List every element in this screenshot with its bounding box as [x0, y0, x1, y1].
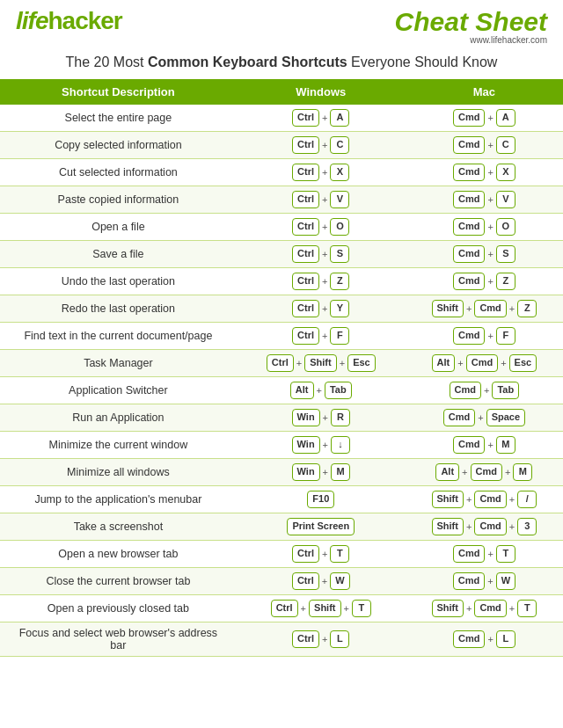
col-header-windows: Windows [237, 79, 406, 105]
table-row: Undo the last operationCtrl+ZCmd+Z [0, 267, 563, 295]
shortcut-windows: Ctrl+L [237, 622, 406, 656]
shortcut-desc: Take a screenshot [0, 513, 237, 540]
table-row: Open a previously closed tabCtrl+Shift+T… [0, 594, 563, 622]
logo: lifehacker [16, 9, 122, 33]
shortcut-mac: Shift+Cmd+/ [406, 485, 563, 513]
shortcut-desc: Copy selected information [0, 131, 237, 158]
shortcut-mac: Cmd+F [406, 322, 563, 349]
shortcut-windows: Ctrl+T [237, 540, 406, 567]
shortcut-mac: Cmd+Z [406, 267, 563, 295]
shortcut-desc: Select the entire page [0, 105, 237, 132]
table-row: Application SwitcherAlt+TabCmd+Tab [0, 376, 563, 404]
shortcut-windows: Alt+Tab [237, 376, 406, 404]
shortcut-desc: Run an Application [0, 404, 237, 431]
shortcuts-table: Shortcut Description Windows Mac Select … [0, 79, 563, 657]
shortcut-desc: Open a new browser tab [0, 540, 237, 567]
shortcut-windows: Ctrl+F [237, 322, 406, 349]
shortcut-mac: Cmd+T [406, 540, 563, 567]
table-row: Open a fileCtrl+OCmd+O [0, 213, 563, 240]
shortcut-mac: Alt+Cmd+Esc [406, 349, 563, 376]
shortcut-mac: Cmd+O [406, 213, 563, 240]
table-row: Jump to the application's menubarF10Shif… [0, 485, 563, 513]
page-title: The 20 Most Common Keyboard Shortcuts Ev… [0, 50, 563, 79]
shortcut-windows: Ctrl+Y [237, 295, 406, 322]
shortcut-desc: Save a file [0, 240, 237, 267]
shortcut-windows: Ctrl+A [237, 105, 406, 132]
shortcut-mac: Cmd+V [406, 186, 563, 213]
shortcut-desc: Minimize all windows [0, 458, 237, 485]
shortcut-windows: Ctrl+W [237, 567, 406, 594]
title-suffix: Everyone Should Know [347, 55, 498, 69]
shortcut-mac: Cmd+Tab [406, 376, 563, 404]
title-prefix: The 20 Most [66, 55, 148, 69]
table-row: Paste copied informationCtrl+VCmd+V [0, 186, 563, 213]
shortcut-mac: Alt+Cmd+M [406, 458, 563, 485]
shortcut-windows: Ctrl+S [237, 240, 406, 267]
table-row: Copy selected informationCtrl+CCmd+C [0, 131, 563, 158]
shortcut-desc: Close the current browser tab [0, 567, 237, 594]
table-row: Open a new browser tabCtrl+TCmd+T [0, 540, 563, 567]
shortcut-desc: Open a file [0, 213, 237, 240]
shortcut-desc: Task Manager [0, 349, 237, 376]
table-row: Focus and select web browser's address b… [0, 622, 563, 656]
table-row: Close the current browser tabCtrl+WCmd+W [0, 567, 563, 594]
col-header-mac: Mac [406, 79, 563, 105]
shortcut-windows: Ctrl+X [237, 158, 406, 186]
shortcut-windows: Ctrl+V [237, 186, 406, 213]
shortcut-desc: Redo the last operation [0, 295, 237, 322]
header: lifehacker Cheat Sheet www.lifehacker.co… [0, 0, 563, 50]
shortcut-desc: Find text in the current document/page [0, 322, 237, 349]
shortcut-mac: Cmd+A [406, 105, 563, 132]
table-row: Find text in the current document/pageCt… [0, 322, 563, 349]
shortcut-mac: Cmd+L [406, 622, 563, 656]
shortcut-desc: Undo the last operation [0, 267, 237, 295]
logo-text: lifehacker [16, 9, 122, 33]
table-row: Redo the last operationCtrl+YShift+Cmd+Z [0, 295, 563, 322]
table-row: Cut selected informationCtrl+XCmd+X [0, 158, 563, 186]
shortcut-desc: Application Switcher [0, 376, 237, 404]
shortcut-mac: Cmd+Space [406, 404, 563, 431]
table-row: Minimize the current windowWin+↓Cmd+M [0, 431, 563, 458]
shortcut-mac: Shift+Cmd+3 [406, 513, 563, 540]
shortcut-windows: Win+↓ [237, 431, 406, 458]
table-row: Task ManagerCtrl+Shift+EscAlt+Cmd+Esc [0, 349, 563, 376]
shortcut-mac: Cmd+C [406, 131, 563, 158]
shortcut-mac: Shift+Cmd+Z [406, 295, 563, 322]
cheat-title: Cheat Sheet [395, 9, 547, 35]
table-row: Take a screenshotPrint ScreenShift+Cmd+3 [0, 513, 563, 540]
shortcut-windows: Win+R [237, 404, 406, 431]
shortcut-desc: Focus and select web browser's address b… [0, 622, 237, 656]
shortcut-mac: Cmd+S [406, 240, 563, 267]
shortcut-windows: Print Screen [237, 513, 406, 540]
table-header-row: Shortcut Description Windows Mac [0, 79, 563, 105]
col-header-desc: Shortcut Description [0, 79, 237, 105]
cheat-sheet-label: Cheat Sheet www.lifehacker.com [395, 9, 547, 45]
shortcut-desc: Cut selected information [0, 158, 237, 186]
shortcut-mac: Shift+Cmd+T [406, 594, 563, 622]
shortcut-windows: Ctrl+O [237, 213, 406, 240]
shortcut-windows: Win+M [237, 458, 406, 485]
table-row: Run an ApplicationWin+RCmd+Space [0, 404, 563, 431]
shortcut-windows: Ctrl+C [237, 131, 406, 158]
shortcut-desc: Paste copied information [0, 186, 237, 213]
shortcut-windows: Ctrl+Z [237, 267, 406, 295]
shortcut-desc: Minimize the current window [0, 431, 237, 458]
shortcut-windows: F10 [237, 485, 406, 513]
shortcut-mac: Cmd+X [406, 158, 563, 186]
website-url: www.lifehacker.com [395, 35, 547, 45]
shortcut-windows: Ctrl+Shift+T [237, 594, 406, 622]
table-row: Select the entire pageCtrl+ACmd+A [0, 105, 563, 132]
shortcuts-body: Select the entire pageCtrl+ACmd+ACopy se… [0, 105, 563, 657]
shortcut-mac: Cmd+W [406, 567, 563, 594]
table-row: Save a fileCtrl+SCmd+S [0, 240, 563, 267]
shortcut-mac: Cmd+M [406, 431, 563, 458]
shortcut-windows: Ctrl+Shift+Esc [237, 349, 406, 376]
shortcut-desc: Jump to the application's menubar [0, 485, 237, 513]
shortcut-desc: Open a previously closed tab [0, 594, 237, 622]
title-bold: Common Keyboard Shortcuts [148, 55, 347, 69]
table-row: Minimize all windowsWin+MAlt+Cmd+M [0, 458, 563, 485]
